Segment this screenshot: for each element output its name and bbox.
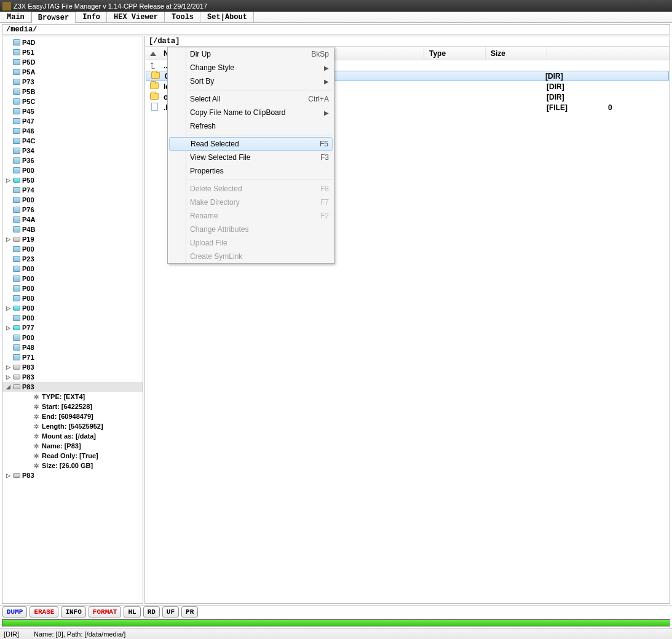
tree-row[interactable]: P00 [2,284,143,293]
tree-row[interactable]: P4C [2,136,143,146]
menu-item-sort-by[interactable]: Sort By▶ [168,74,334,88]
submenu-arrow-icon: ▶ [324,65,329,71]
tree-row[interactable]: P00 [2,274,143,284]
tree-row[interactable]: ✲Start: [6422528] [2,402,143,411]
submenu-arrow-icon: ▶ [324,78,329,85]
tree-row[interactable]: ✲TYPE: [EXT4] [2,392,143,402]
tree-label: P00 [22,196,34,204]
tree-row[interactable]: P48 [2,343,143,352]
tree-row[interactable]: ▷P00 [2,303,143,313]
gear-icon: ✲ [32,423,41,430]
tree-row[interactable]: P00 [2,195,143,205]
tree-row[interactable]: P45 [2,106,143,116]
tree-row[interactable]: P74 [2,185,143,195]
col-extra[interactable] [547,47,670,60]
menu-item-refresh[interactable]: Refresh [168,119,334,133]
tree-row[interactable]: ✲End: [60948479] [2,411,143,421]
menu-item-copy-file-name-to-clipboard[interactable]: Copy File Name to ClipBoard▶ [168,106,334,119]
tree-row[interactable]: P00 [2,244,143,254]
tree-row[interactable]: P4A [2,215,143,224]
tab-main[interactable]: Main [0,12,31,22]
tree-row[interactable]: ▷P83 [2,372,143,382]
tree-label: P36 [22,157,34,164]
tree-row[interactable]: P5D [2,57,143,67]
menu-item-read-selected[interactable]: Read SelectedF5 [169,137,333,151]
chip-icon [12,88,21,95]
tree-row[interactable]: ▷P83 [2,362,143,372]
toolbar-erase[interactable]: ERASE [30,606,58,617]
toolbar-hl[interactable]: HL [124,606,140,617]
menu-label: Sort By [190,77,324,85]
tree-label: P46 [22,127,34,135]
tree-row[interactable]: ✲Name: [P83] [2,441,143,451]
chip-icon [12,78,21,85]
tree-row[interactable]: ✲Length: [54525952] [2,421,143,431]
breadcrumb[interactable]: /media/ [2,24,670,34]
chip-icon [12,39,21,46]
toolbar-dump[interactable]: DUMP [2,606,27,617]
chip-icon [12,245,21,253]
hdd-icon [12,324,21,331]
menu-item-view-selected-file[interactable]: View Selected FileF3 [168,151,334,164]
chip-icon [12,108,21,115]
col-type[interactable]: Type [424,47,485,60]
toolbar-info[interactable]: INFO [61,606,85,617]
chip-icon [12,275,21,282]
caret-icon: ▷ [6,374,12,380]
tree-row[interactable]: P51 [2,47,143,57]
tree-row[interactable]: P5B [2,87,143,97]
tab-hex-viewer[interactable]: HEX Viewer [107,12,165,22]
tree-row[interactable]: P23 [2,254,143,264]
tree-row[interactable]: P76 [2,205,143,215]
toolbar-rd[interactable]: RD [143,606,160,617]
tree-label: Read Only: [True] [42,452,98,459]
tab-set-about[interactable]: Set|About [200,12,254,22]
tree-row[interactable]: P4B [2,224,143,234]
tree-row[interactable]: P00 [2,264,143,274]
menu-label: Copy File Name to ClipBoard [190,108,324,117]
tab-tools[interactable]: Tools [165,12,200,22]
tree-row[interactable]: P00 [2,165,143,175]
menu-item-properties[interactable]: Properties [168,164,334,178]
tree-label: P4B [22,226,35,233]
tree-row[interactable]: ▷P77 [2,323,143,333]
tree-row[interactable]: ✲Mount as: [/data] [2,431,143,441]
tree-row[interactable]: P71 [2,352,143,362]
drive-icon [12,363,21,371]
toolbar-format[interactable]: FORMAT [89,606,122,617]
tree-row[interactable]: P00 [2,333,143,343]
tree-row[interactable]: ✲Size: [26.00 GB] [2,461,143,470]
toolbar-uf[interactable]: UF [162,606,179,617]
tree-row[interactable]: P4D [2,38,143,47]
menu-item-create-symlink: Create SymLink [168,250,334,263]
tree-row[interactable]: P36 [2,156,143,165]
chip-icon [12,354,21,361]
tree-row[interactable]: P00 [2,293,143,303]
tree-row[interactable]: P00 [2,313,143,323]
col-size[interactable]: Size [485,47,547,60]
menu-label: Create SymLink [190,252,329,261]
sort-asc-icon[interactable] [150,52,156,56]
menu-item-change-style[interactable]: Change Style▶ [168,61,334,74]
tree-row[interactable]: ▷P83 [2,470,143,480]
action-toolbar: DUMPERASEINFOFORMATHLRDUFPR [0,605,672,618]
tree-row[interactable]: P73 [2,77,143,87]
menu-item-select-all[interactable]: Select AllCtrl+A [168,92,334,106]
tree-row[interactable]: ◢P83 [2,382,143,392]
file-panel: [/data] Name Type Size ⮤..0[DIR]le[DIR]o… [144,36,670,604]
tab-browser[interactable]: Browser [31,12,76,23]
tree-row[interactable]: ▷P50 [2,175,143,185]
tree-row[interactable]: P5A [2,67,143,77]
toolbar-pr[interactable]: PR [181,606,198,617]
tab-info[interactable]: Info [76,12,107,22]
context-menu: Dir UpBkSpChange Style▶Sort By▶Select Al… [167,60,334,264]
tree-row[interactable]: P46 [2,126,143,136]
tree-row[interactable]: ▷P19 [2,234,143,244]
tree-row[interactable]: P47 [2,116,143,126]
tree-row[interactable]: ✲Read Only: [True] [2,451,143,461]
tree-row[interactable]: P34 [2,146,143,156]
chip-icon [12,137,21,145]
tree-row[interactable]: P5C [2,97,143,106]
tree-label: Length: [54525952] [42,423,103,430]
folder-icon [151,72,160,79]
